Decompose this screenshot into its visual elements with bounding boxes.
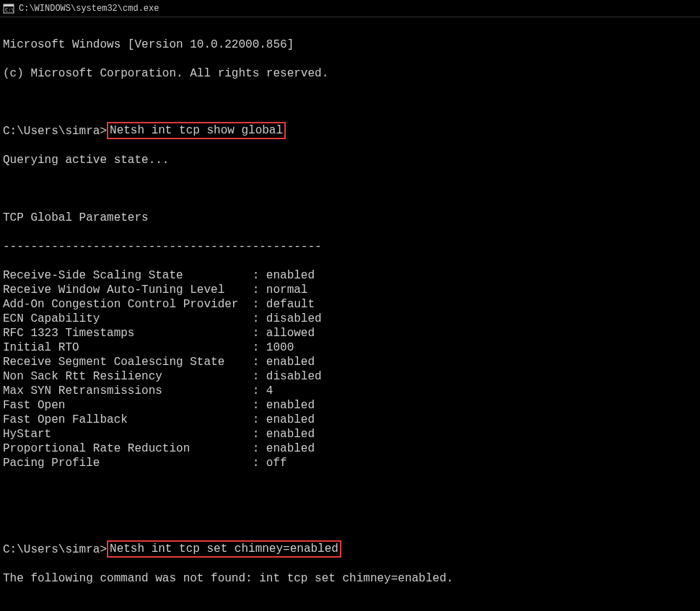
param-value: disabled <box>266 370 322 383</box>
blank-line <box>3 95 697 110</box>
param-row: RFC 1323 Timestamps : allowed <box>3 326 697 340</box>
param-value: 1000 <box>266 341 294 354</box>
querying-line: Querying active state... <box>3 153 697 167</box>
prompt: C:\Users\simra> <box>3 124 107 139</box>
param-row: Initial RTO : 1000 <box>3 340 697 355</box>
param-value: enabled <box>266 442 315 455</box>
param-value: enabled <box>266 269 315 282</box>
param-value: disabled <box>266 312 322 325</box>
svg-text:C:\: C:\ <box>5 7 14 13</box>
param-label: Add-On Congestion Control Provider : <box>3 298 266 311</box>
param-row: Fast Open Fallback : enabled <box>3 413 697 427</box>
param-label: Initial RTO : <box>3 341 266 354</box>
param-row: Non Sack Rtt Resiliency : disabled <box>3 369 697 384</box>
param-label: Pacing Profile : <box>3 457 266 470</box>
param-label: Proportional Rate Reduction : <box>3 442 266 455</box>
param-label: RFC 1323 Timestamps : <box>3 327 266 340</box>
titlebar-text: C:\WINDOWS\system32\cmd.exe <box>19 4 159 14</box>
param-value: off <box>266 457 287 470</box>
cmd-icon: C:\ <box>3 3 14 14</box>
param-row: Add-On Congestion Control Provider : def… <box>3 297 697 312</box>
param-label: Fast Open : <box>3 399 266 412</box>
prompt-line-1: C:\Users\simra>Netsh int tcp show global <box>3 124 697 139</box>
param-value: enabled <box>266 413 315 426</box>
param-label: Fast Open Fallback : <box>3 413 266 426</box>
terminal-output[interactable]: Microsoft Windows [Version 10.0.22000.85… <box>0 17 700 611</box>
param-value: normal <box>266 283 308 296</box>
blank-line <box>3 514 697 528</box>
command-highlight-1: Netsh int tcp show global <box>107 122 286 139</box>
command-highlight-2: Netsh int tcp set chimney=enabled <box>107 540 341 558</box>
param-row: Receive Segment Coalescing State : enabl… <box>3 355 697 369</box>
param-label: Receive Window Auto-Tuning Level : <box>3 283 266 296</box>
param-label: HyStart : <box>3 428 266 441</box>
prompt: C:\Users\simra> <box>3 542 107 557</box>
prompt-line-2: C:\Users\simra>Netsh int tcp set chimney… <box>3 542 697 557</box>
output-line-2: The following command was not found: int… <box>3 571 697 586</box>
param-label: ECN Capability : <box>3 312 266 325</box>
param-row: ECN Capability : disabled <box>3 312 697 326</box>
svg-rect-1 <box>4 4 14 6</box>
param-value: 4 <box>266 384 274 397</box>
params-title: TCP Global Parameters <box>3 211 697 225</box>
blank-line <box>3 182 697 196</box>
param-label: Non Sack Rtt Resiliency : <box>3 370 266 383</box>
separator-line: ----------------------------------------… <box>3 239 697 254</box>
param-row: HyStart : enabled <box>3 427 697 441</box>
param-value: enabled <box>266 399 315 412</box>
param-value: enabled <box>266 356 315 369</box>
blank-line <box>3 600 697 611</box>
titlebar: C:\ C:\WINDOWS\system32\cmd.exe <box>0 0 700 17</box>
param-label: Receive-Side Scaling State : <box>3 269 266 282</box>
version-line: Microsoft Windows [Version 10.0.22000.85… <box>3 38 697 52</box>
blank-line <box>3 485 697 499</box>
param-value: enabled <box>266 428 315 441</box>
param-value: default <box>266 298 315 311</box>
param-row: Receive-Side Scaling State : enabled <box>3 268 697 283</box>
param-row: Receive Window Auto-Tuning Level : norma… <box>3 283 697 297</box>
param-value: allowed <box>266 327 315 340</box>
params-list: Receive-Side Scaling State : enabledRece… <box>3 268 697 470</box>
param-row: Pacing Profile : off <box>3 456 697 470</box>
param-row: Max SYN Retransmissions : 4 <box>3 384 697 398</box>
param-row: Proportional Rate Reduction : enabled <box>3 441 697 456</box>
param-label: Max SYN Retransmissions : <box>3 384 266 397</box>
copyright-line: (c) Microsoft Corporation. All rights re… <box>3 66 697 81</box>
param-label: Receive Segment Coalescing State : <box>3 356 266 369</box>
param-row: Fast Open : enabled <box>3 398 697 413</box>
